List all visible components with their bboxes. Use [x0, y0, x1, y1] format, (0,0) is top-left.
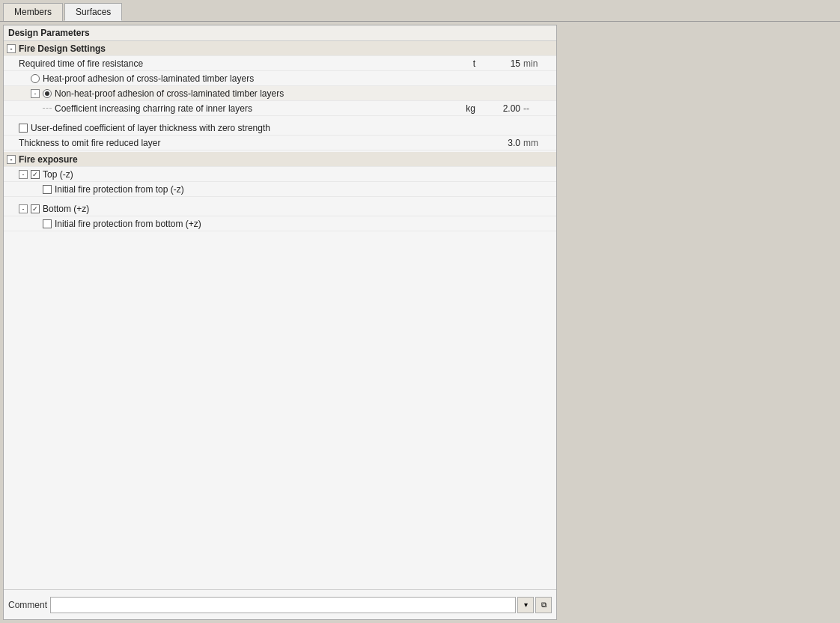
thickness-omit-unit: mm	[523, 138, 553, 148]
heat-proof-radio[interactable]	[31, 74, 40, 83]
coeff-charring-row: Coefficient increasing charring rate of …	[4, 101, 556, 116]
main-content: Design Parameters - Fire Design Settings…	[0, 22, 840, 623]
fire-protection-bottom-row[interactable]: Initial fire protection from bottom (+z)	[4, 216, 556, 231]
comment-input[interactable]	[50, 597, 516, 613]
design-params-label: Design Parameters	[4, 25, 556, 41]
top-z-label: Top (-z)	[43, 169, 478, 180]
dashed-line	[43, 108, 52, 109]
top-z-checkbox[interactable]: ✓	[31, 170, 40, 179]
coeff-charring-unit: --	[523, 103, 553, 114]
tree-content: - Fire Design Settings Required time of …	[4, 41, 556, 589]
fire-protection-top-row[interactable]: Initial fire protection from top (-z)	[4, 182, 556, 197]
non-heat-proof-radio[interactable]	[43, 89, 52, 98]
coeff-charring-value: 2.00	[478, 103, 523, 114]
tab-surfaces[interactable]: Surfaces	[64, 3, 122, 21]
fire-exposure-label: Fire exposure	[19, 154, 553, 165]
left-panel: Design Parameters - Fire Design Settings…	[3, 25, 557, 620]
fire-design-settings-header: - Fire Design Settings	[4, 41, 556, 56]
heat-proof-row[interactable]: Heat-proof adhesion of cross-laminated t…	[4, 71, 556, 86]
heat-proof-label: Heat-proof adhesion of cross-laminated t…	[43, 73, 478, 84]
required-time-unit-col: t	[433, 58, 478, 69]
fire-design-label: Fire Design Settings	[19, 43, 553, 54]
tab-bar: Members Surfaces	[0, 0, 840, 22]
required-time-row: Required time of fire resistance t 15 mi…	[4, 56, 556, 71]
collapse-bottom-z[interactable]: -	[19, 204, 28, 213]
thickness-omit-label: Thickness to omit fire reduced layer	[19, 138, 433, 148]
collapse-top-z[interactable]: -	[19, 170, 28, 179]
required-time-label: Required time of fire resistance	[19, 58, 433, 69]
comment-input-wrap: ▾ ⧉	[50, 597, 552, 613]
collapse-fire-design[interactable]: -	[7, 44, 16, 53]
coeff-charring-label: Coefficient increasing charring rate of …	[55, 103, 433, 114]
collapse-non-heat[interactable]: -	[31, 89, 40, 98]
fire-protection-bottom-checkbox[interactable]	[43, 219, 52, 228]
fire-protection-bottom-label: Initial fire protection from bottom (+z)	[55, 219, 478, 229]
required-time-unit: min	[523, 58, 553, 69]
required-time-value: 15	[478, 58, 523, 69]
tab-members[interactable]: Members	[3, 3, 63, 21]
top-z-row[interactable]: - ✓ Top (-z)	[4, 167, 556, 182]
comment-dropdown-btn[interactable]: ▾	[517, 597, 534, 613]
fire-protection-top-label: Initial fire protection from top (-z)	[55, 184, 478, 195]
right-panel	[560, 25, 837, 620]
app-container: Members Surfaces Design Parameters - Fir…	[0, 0, 840, 623]
comment-label: Comment	[8, 600, 47, 610]
bottom-bar: Comment ▾ ⧉	[4, 589, 556, 619]
user-defined-coeff-checkbox[interactable]	[19, 124, 28, 133]
non-heat-proof-row[interactable]: - Non-heat-proof adhesion of cross-lamin…	[4, 86, 556, 101]
bottom-z-label: Bottom (+z)	[43, 204, 478, 214]
fire-exposure-header: - Fire exposure	[4, 152, 556, 167]
collapse-fire-exposure[interactable]: -	[7, 155, 16, 164]
thickness-omit-value: 3.0	[478, 138, 523, 148]
bottom-z-row[interactable]: - ✓ Bottom (+z)	[4, 201, 556, 216]
thickness-omit-row: Thickness to omit fire reduced layer 3.0…	[4, 136, 556, 151]
comment-copy-btn[interactable]: ⧉	[535, 597, 552, 613]
fire-protection-top-checkbox[interactable]	[43, 185, 52, 194]
user-defined-coeff-label: User-defined coefficient of layer thickn…	[31, 123, 478, 133]
user-defined-coeff-row[interactable]: User-defined coefficient of layer thickn…	[4, 121, 556, 136]
coeff-charring-unit-col: kg	[433, 103, 478, 114]
non-heat-proof-label: Non-heat-proof adhesion of cross-laminat…	[55, 88, 478, 99]
bottom-z-checkbox[interactable]: ✓	[31, 204, 40, 213]
